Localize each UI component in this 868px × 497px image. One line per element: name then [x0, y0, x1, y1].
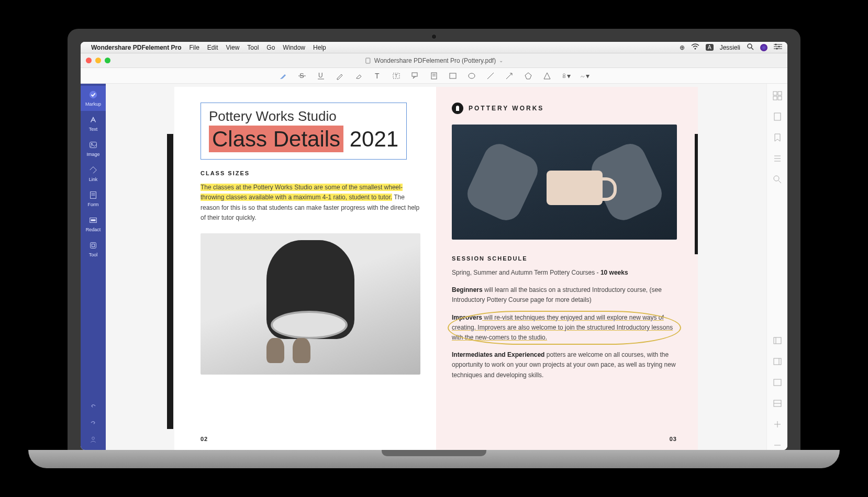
svg-line-2: [751, 48, 753, 50]
svg-rect-42: [778, 96, 782, 100]
window-close-button[interactable]: [86, 58, 92, 63]
eraser-tool[interactable]: [354, 71, 363, 81]
svg-line-24: [506, 73, 512, 79]
strikethrough-tool[interactable]: S: [297, 71, 307, 81]
sidebar-label: Text: [89, 127, 98, 132]
svg-line-48: [778, 180, 781, 183]
panel-icon-3[interactable]: [773, 378, 782, 387]
undo-icon[interactable]: [89, 402, 97, 411]
note-tool[interactable]: [429, 71, 439, 81]
control-center-icon[interactable]: [774, 43, 782, 51]
svg-marker-25: [525, 73, 531, 79]
zoom-out-icon[interactable]: [773, 440, 782, 450]
svg-rect-21: [450, 73, 456, 78]
svg-rect-9: [366, 58, 370, 63]
sidebar-item-form[interactable]: Form: [81, 186, 106, 211]
underline-tool[interactable]: U: [316, 71, 326, 81]
intermediates-paragraph: Intermediates and Experienced potters ar…: [452, 350, 677, 380]
svg-point-1: [748, 44, 752, 48]
document-canvas[interactable]: Pottery Works Studio Class Details 2021 …: [106, 84, 766, 450]
redo-icon[interactable]: [89, 419, 97, 428]
page-icon[interactable]: [773, 112, 782, 121]
search-icon[interactable]: [773, 175, 782, 184]
svg-rect-27: [563, 76, 565, 77]
line-tool[interactable]: [486, 71, 495, 81]
sidebar-label: Markup: [85, 101, 101, 107]
sidebar-item-tool[interactable]: Tool: [81, 236, 106, 262]
menu-window[interactable]: Window: [283, 44, 305, 51]
svg-rect-53: [774, 379, 781, 386]
svg-point-47: [774, 176, 779, 181]
mode-sidebar: Markup Text Image Link Form: [81, 84, 106, 450]
signature-tool[interactable]: ▾: [580, 71, 589, 81]
document-page: Pottery Works Studio Class Details 2021 …: [174, 87, 698, 450]
brand-name: POTTERY WORKS: [469, 105, 544, 112]
svg-rect-29: [90, 142, 97, 148]
measure-tool[interactable]: [542, 71, 552, 81]
camera-dot: [431, 34, 437, 39]
highlight-tool[interactable]: [279, 71, 288, 81]
sidebar-item-link[interactable]: Link: [81, 161, 106, 186]
rectangle-tool[interactable]: [448, 71, 458, 81]
decor-strip: [167, 134, 173, 429]
svg-rect-17: [412, 73, 417, 76]
menu-view[interactable]: View: [226, 44, 240, 51]
svg-rect-40: [778, 92, 782, 95]
oval-tool[interactable]: [467, 71, 476, 81]
text-box-tool[interactable]: T: [392, 71, 401, 81]
pencil-tool[interactable]: [335, 71, 344, 81]
spotlight-icon[interactable]: [747, 43, 754, 52]
grid-view-icon[interactable]: [773, 91, 782, 100]
language-badge[interactable]: A: [706, 44, 714, 51]
menu-tool[interactable]: Tool: [247, 44, 259, 51]
brand-logo-icon: [452, 103, 463, 114]
laptop-base: [28, 450, 840, 468]
decor-strip: [695, 134, 698, 254]
panel-icon-4[interactable]: [773, 399, 782, 408]
sidebar-label: Image: [86, 152, 99, 157]
page-number-left: 02: [201, 436, 208, 442]
title-selection-box[interactable]: Pottery Works Studio Class Details 2021: [201, 103, 407, 160]
panel-icon-2[interactable]: [773, 357, 782, 366]
user-name[interactable]: Jessieli: [720, 44, 740, 51]
app-name[interactable]: Wondershare PDFelement Pro: [91, 44, 182, 51]
stamp-tool[interactable]: ▾: [561, 71, 571, 81]
bookmark-icon[interactable]: [773, 133, 782, 142]
polygon-tool[interactable]: [524, 71, 533, 81]
sidebar-item-markup[interactable]: Markup: [81, 86, 106, 111]
svg-point-28: [90, 91, 97, 98]
sidebar-item-text[interactable]: Text: [81, 111, 106, 136]
arrow-tool[interactable]: [505, 71, 514, 81]
menu-edit[interactable]: Edit: [207, 44, 218, 51]
sidebar-item-image[interactable]: Image: [81, 136, 106, 161]
doc-title-highlighted: Class Details: [209, 126, 343, 152]
class-sizes-paragraph: The classes at the Pottery Works Studio …: [201, 183, 420, 223]
sidebar-label: Form: [88, 202, 99, 207]
sidebar-item-redact[interactable]: Redact: [81, 211, 106, 236]
svg-text:U: U: [318, 72, 323, 79]
menu-go[interactable]: Go: [266, 44, 275, 51]
text-tool[interactable]: T: [373, 71, 382, 81]
chevron-down-icon[interactable]: ⌄: [499, 58, 503, 63]
user-icon[interactable]: [89, 435, 97, 445]
wifi-icon[interactable]: [691, 43, 699, 51]
siri-icon[interactable]: [760, 44, 767, 51]
menu-help[interactable]: Help: [313, 44, 326, 51]
outline-icon[interactable]: [773, 154, 782, 163]
window-minimize-button[interactable]: [95, 58, 101, 63]
sidebar-label: Link: [89, 177, 98, 182]
brand-header: POTTERY WORKS: [452, 103, 677, 114]
zoom-in-icon[interactable]: [773, 420, 782, 429]
highlighted-text: The classes at the Pottery Works Studio …: [201, 184, 403, 201]
panel-sidebar: [766, 84, 787, 450]
improvers-paragraph-circled: Improvers will re-visit techniques they …: [452, 313, 677, 343]
sidebar-label: Redact: [86, 227, 101, 232]
menu-file[interactable]: File: [190, 44, 199, 51]
svg-line-23: [487, 73, 494, 79]
window-zoom-button[interactable]: [105, 58, 110, 63]
callout-tool[interactable]: [410, 71, 420, 81]
airdrop-icon[interactable]: ⊕: [680, 44, 685, 51]
svg-rect-36: [91, 243, 96, 249]
panel-icon-1[interactable]: [773, 336, 782, 345]
session-heading: SESSION SCHEDULE: [452, 255, 677, 262]
